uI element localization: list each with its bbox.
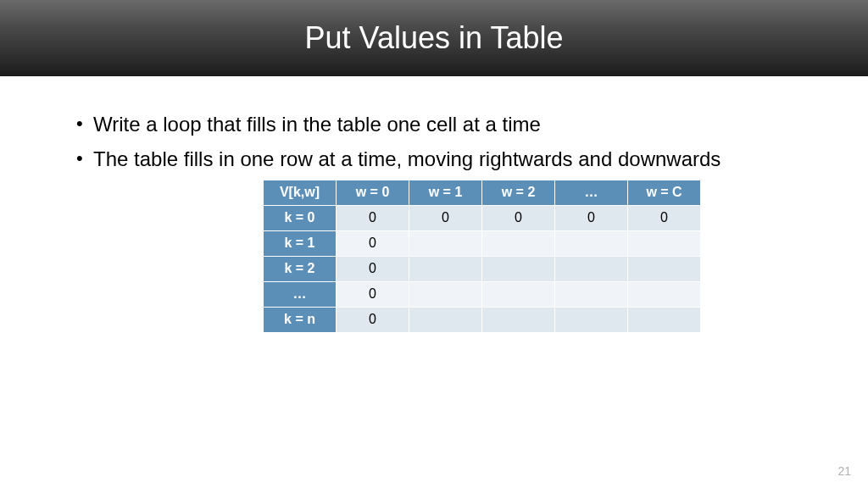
table-row: k = 1 0 <box>264 230 701 256</box>
table-cell: 0 <box>337 230 409 256</box>
table-cell: 0 <box>337 281 409 307</box>
table-row: k = 2 0 <box>264 256 701 281</box>
table-cell <box>555 230 628 256</box>
table-cell <box>482 256 555 281</box>
table-cell <box>482 307 555 332</box>
table-row-header: k = 1 <box>264 230 337 256</box>
table-header-cell: V[k,w] <box>264 180 337 205</box>
page-number: 21 <box>837 464 851 478</box>
table-cell <box>482 230 555 256</box>
table-header-cell: w = 0 <box>337 180 409 205</box>
table-cell <box>409 281 482 307</box>
table-header-cell: … <box>555 180 628 205</box>
table-cell: 0 <box>337 307 409 332</box>
table-row: k = 0 0 0 0 0 0 <box>264 205 701 230</box>
table-cell <box>628 256 701 281</box>
table-row: … 0 <box>264 281 701 307</box>
slide-title: Put Values in Table <box>305 20 564 56</box>
table-cell: 0 <box>337 205 409 230</box>
table-row-header: k = 2 <box>264 256 337 281</box>
table-cell <box>628 281 701 307</box>
table-cell <box>555 256 628 281</box>
table-row-header: k = n <box>264 307 337 332</box>
table-cell: 0 <box>337 256 409 281</box>
table-row: k = n 0 <box>264 307 701 332</box>
table-cell <box>628 307 701 332</box>
bullet-item: The table fills in one row at a time, mo… <box>76 145 817 175</box>
table-cell <box>409 256 482 281</box>
table-header-cell: w = C <box>628 180 701 205</box>
table-cell <box>555 281 628 307</box>
table-cell <box>482 281 555 307</box>
dp-table: V[k,w] w = 0 w = 1 w = 2 … w = C k = 0 0… <box>263 180 701 333</box>
table-header-row: V[k,w] w = 0 w = 1 w = 2 … w = C <box>264 180 701 205</box>
table-header-cell: w = 1 <box>409 180 482 205</box>
table-cell: 0 <box>409 205 482 230</box>
table-cell: 0 <box>482 205 555 230</box>
table-cell <box>628 230 701 256</box>
table-row-header: k = 0 <box>264 205 337 230</box>
table-cell <box>409 307 482 332</box>
bullet-list: Write a loop that fills in the table one… <box>51 110 817 175</box>
slide-header: Put Values in Table <box>0 0 868 76</box>
table-cell <box>409 230 482 256</box>
table-row-header: … <box>264 281 337 307</box>
bullet-item: Write a loop that fills in the table one… <box>76 110 817 140</box>
slide-content: Write a loop that fills in the table one… <box>0 76 868 333</box>
table-cell <box>555 307 628 332</box>
table-cell: 0 <box>555 205 628 230</box>
dp-table-wrap: V[k,w] w = 0 w = 1 w = 2 … w = C k = 0 0… <box>263 180 817 333</box>
table-header-cell: w = 2 <box>482 180 555 205</box>
table-cell: 0 <box>628 205 701 230</box>
